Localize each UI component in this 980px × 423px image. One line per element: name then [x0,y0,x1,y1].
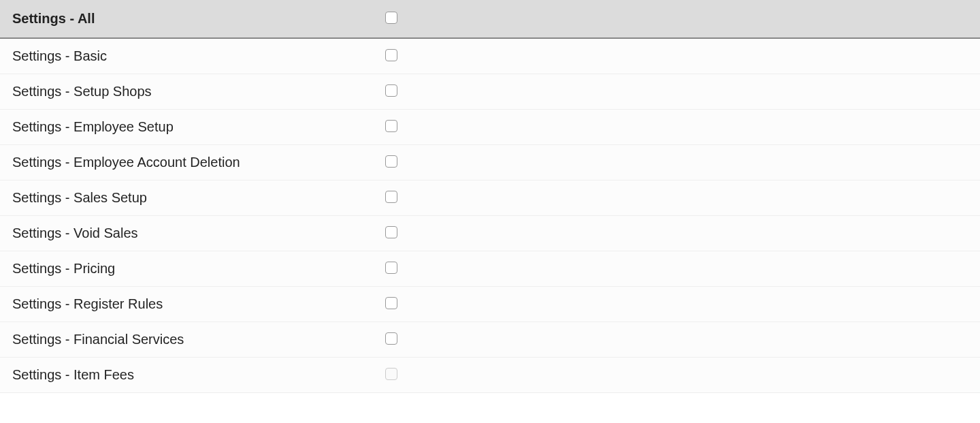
permissions-row-label: Settings - Item Fees [12,367,134,382]
permissions-row-label: Settings - Setup Shops [12,84,152,99]
permissions-row: Settings - Basic [0,38,980,74]
permissions-row-label: Settings - Void Sales [12,225,138,240]
permissions-row-checkbox [385,368,397,380]
permissions-row-checkbox[interactable] [385,297,397,309]
permissions-row-checkbox[interactable] [385,191,397,203]
permissions-row-label: Settings - Pricing [12,261,115,276]
permissions-row-label: Settings - Register Rules [12,296,163,311]
permissions-header-checkbox[interactable] [385,12,397,24]
permissions-row-label: Settings - Sales Setup [12,190,147,205]
permissions-row: Settings - Register Rules [0,287,980,322]
permissions-table: Settings - All Settings - BasicSettings … [0,0,980,393]
permissions-row: Settings - Setup Shops [0,74,980,110]
permissions-row: Settings - Employee Account Deletion [0,145,980,181]
permissions-row-checkbox[interactable] [385,226,397,238]
permissions-header-label: Settings - All [12,11,95,26]
permissions-row-checkbox[interactable] [385,84,397,97]
permissions-header-row: Settings - All [0,0,980,38]
permissions-row-label: Settings - Employee Setup [12,119,174,134]
permissions-row-checkbox[interactable] [385,155,397,168]
permissions-row: Settings - Employee Setup [0,110,980,145]
permissions-row: Settings - Pricing [0,251,980,287]
permissions-row: Settings - Item Fees [0,358,980,393]
permissions-row-checkbox[interactable] [385,120,397,132]
permissions-row: Settings - Sales Setup [0,181,980,216]
permissions-row-label: Settings - Financial Services [12,332,184,347]
permissions-row-checkbox[interactable] [385,262,397,274]
permissions-row-label: Settings - Basic [12,48,107,63]
permissions-row-checkbox[interactable] [385,49,397,61]
permissions-row: Settings - Void Sales [0,216,980,251]
permissions-row: Settings - Financial Services [0,322,980,358]
permissions-row-label: Settings - Employee Account Deletion [12,155,240,170]
permissions-row-checkbox[interactable] [385,332,397,345]
